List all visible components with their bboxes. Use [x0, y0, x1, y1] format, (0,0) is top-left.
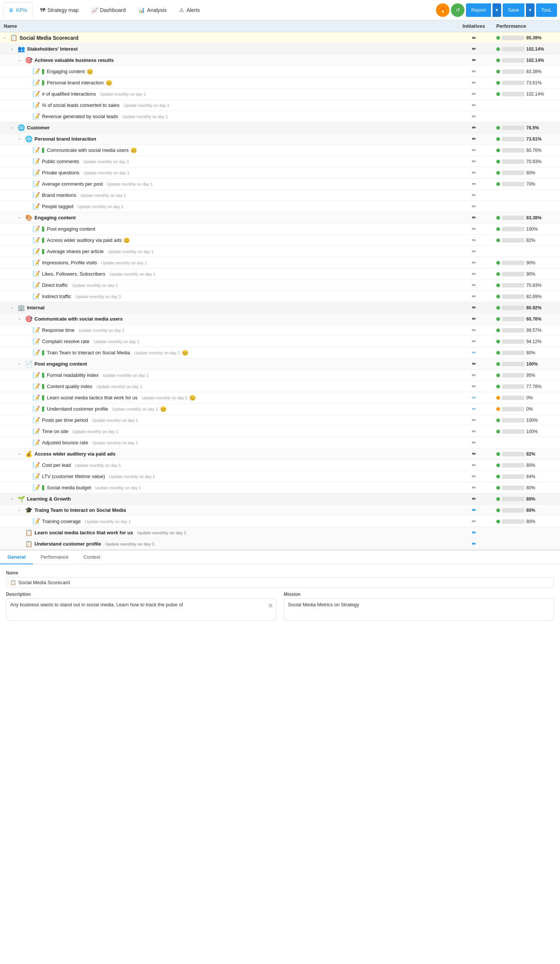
table-row: -🎯Achieve valuable business results✏102.…: [0, 55, 560, 66]
row-label: Customer: [27, 125, 50, 130]
collapse-button[interactable]: -: [19, 508, 23, 513]
table-row: 📝Indirect trafficUpdate monthly on day 1…: [0, 291, 560, 302]
edit-button[interactable]: ✏: [472, 68, 476, 74]
edit-button[interactable]: ✏: [472, 147, 476, 153]
save-button[interactable]: Save: [503, 3, 524, 17]
edit-button[interactable]: ✏: [472, 327, 476, 333]
collapse-button[interactable]: -: [19, 215, 23, 220]
edit-button[interactable]: ✏: [472, 474, 476, 479]
description-field[interactable]: Any business wants to stand out in socia…: [6, 598, 276, 621]
tab-general[interactable]: General: [0, 550, 33, 564]
edit-button[interactable]: ✏: [472, 192, 476, 198]
edit-button[interactable]: ✏: [472, 80, 476, 85]
collapse-button[interactable]: -: [11, 305, 16, 311]
edit-button[interactable]: ✏: [472, 136, 476, 142]
edit-button[interactable]: ✏: [472, 428, 476, 434]
edit-button[interactable]: ✏: [472, 316, 476, 322]
tab-performance[interactable]: Performance: [33, 550, 76, 564]
edit-button[interactable]: ✏: [472, 226, 476, 232]
collapse-button[interactable]: -: [4, 35, 8, 41]
name-field[interactable]: 📋 Social Media Scorecard: [6, 577, 554, 588]
edit-button[interactable]: ✏: [472, 372, 476, 378]
description-edit-icon[interactable]: ⧉: [269, 602, 272, 609]
edit-button[interactable]: ✏: [472, 260, 476, 265]
edit-button[interactable]: ✏: [472, 541, 476, 547]
edit-button[interactable]: ✏: [472, 271, 476, 277]
row-sublabel: Update monthly on day 1: [112, 407, 158, 411]
row-sublabel: Update monthly on day 1: [109, 272, 155, 276]
edit-button[interactable]: ✏: [472, 35, 476, 41]
perf-bar: [502, 227, 524, 231]
edit-button[interactable]: ✏: [472, 170, 476, 176]
collapse-button[interactable]: -: [19, 451, 23, 457]
status-dot-green: [496, 486, 500, 490]
name-cell: -🌐Personal brand interaction: [19, 135, 451, 142]
table-row: -🎨Engaging content✏83.38%: [0, 212, 560, 223]
tab-strategy-map[interactable]: 🗺 Strategy map: [34, 2, 84, 18]
tab-kpis[interactable]: 🖥 KPIs: [3, 2, 33, 18]
perf-cell: 94.12%: [496, 339, 556, 344]
tab-dashboard[interactable]: 📈 Dashboard: [86, 2, 132, 18]
report-caret-button[interactable]: ▾: [493, 3, 501, 17]
edit-button[interactable]: ✏: [472, 159, 476, 164]
table-row: 📝Time on siteUpdate monthly on day 1✏100…: [0, 426, 560, 437]
perf-percentage: 80%: [526, 497, 544, 502]
edit-button[interactable]: ✏: [472, 451, 476, 457]
edit-button[interactable]: ✏: [472, 293, 476, 299]
edit-button[interactable]: ✏: [472, 395, 476, 401]
tab-analysis[interactable]: 📊 Analysis: [133, 2, 172, 18]
edit-button[interactable]: ✏: [472, 91, 476, 97]
edit-button[interactable]: ✏: [472, 46, 476, 52]
refresh-button[interactable]: ↺: [451, 3, 464, 17]
edit-button[interactable]: ✏: [472, 507, 476, 513]
row-label: Post engaging content: [34, 361, 87, 367]
flame-button[interactable]: 🔥: [436, 3, 449, 17]
collapse-button[interactable]: -: [11, 47, 16, 52]
edit-button[interactable]: ✏: [472, 350, 476, 355]
edit-button[interactable]: ✏: [472, 440, 476, 445]
edit-button[interactable]: ✏: [472, 485, 476, 490]
edit-button[interactable]: ✏: [472, 530, 476, 536]
perf-bar: [502, 328, 524, 332]
edit-button[interactable]: ✏: [472, 406, 476, 412]
bottom-content: Name 📋 Social Media Scorecard Descriptio…: [0, 564, 560, 632]
tab-context[interactable]: Context: [76, 550, 108, 564]
perf-cell: 99.57%: [496, 328, 556, 333]
edit-button[interactable]: ✏: [472, 305, 476, 311]
edit-button[interactable]: ✏: [472, 496, 476, 502]
row-icon: 📝: [33, 192, 40, 199]
row-icon: 📝: [33, 225, 40, 233]
tab-alerts[interactable]: ⚠ Alerts: [174, 2, 205, 18]
collapse-button[interactable]: -: [11, 125, 16, 130]
perf-bar: [502, 508, 524, 513]
row-sublabel: Update monthly on day 1: [134, 350, 180, 355]
edit-button[interactable]: ✏: [472, 57, 476, 63]
report-button[interactable]: Report: [466, 3, 491, 17]
collapse-button[interactable]: -: [19, 137, 23, 142]
edit-button[interactable]: ✏: [472, 103, 476, 108]
collapse-button[interactable]: -: [19, 58, 23, 63]
tool-button[interactable]: TooL: [536, 3, 557, 17]
edit-button[interactable]: ✏: [472, 125, 476, 130]
save-caret-button[interactable]: ▾: [526, 3, 534, 17]
edit-button[interactable]: ✏: [472, 519, 476, 524]
edit-button[interactable]: ✏: [472, 462, 476, 468]
edit-button[interactable]: ✏: [472, 339, 476, 344]
edit-button[interactable]: ✏: [472, 181, 476, 187]
name-cell: 📝Revenue generated by social leadsUpdate…: [26, 113, 451, 120]
collapse-button[interactable]: -: [19, 362, 23, 367]
edit-button[interactable]: ✏: [472, 237, 476, 243]
edit-button[interactable]: ✏: [472, 114, 476, 119]
edit-button[interactable]: ✏: [472, 249, 476, 254]
edit-button[interactable]: ✏: [472, 384, 476, 389]
collapse-button[interactable]: -: [11, 497, 16, 502]
row-label: Adjusted bounce rate: [42, 440, 88, 445]
row-label: Direct traffic: [42, 282, 68, 288]
edit-button[interactable]: ✏: [472, 361, 476, 367]
edit-button[interactable]: ✏: [472, 204, 476, 209]
perf-percentage: 73.61%: [526, 80, 544, 85]
collapse-button[interactable]: -: [19, 316, 23, 322]
edit-button[interactable]: ✏: [472, 417, 476, 423]
edit-button[interactable]: ✏: [472, 282, 476, 288]
edit-button[interactable]: ✏: [472, 215, 476, 220]
